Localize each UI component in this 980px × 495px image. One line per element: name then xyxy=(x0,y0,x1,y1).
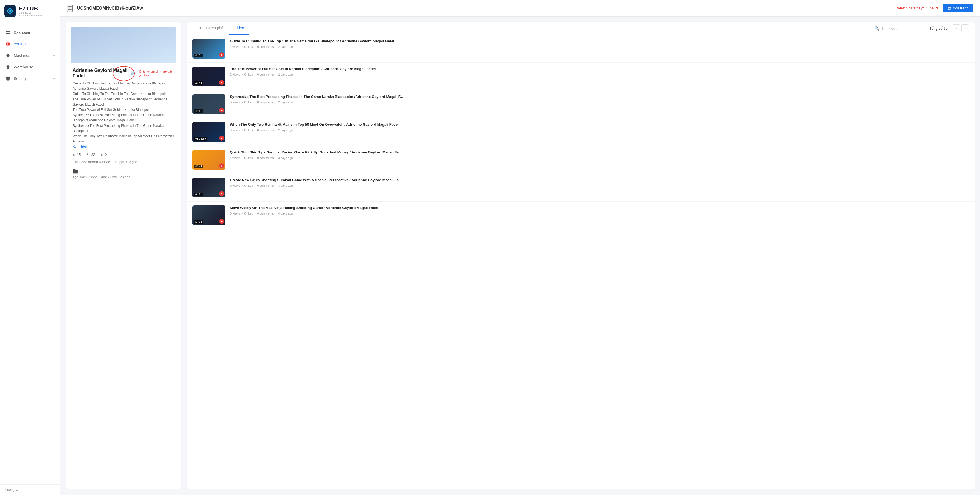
svg-rect-13 xyxy=(9,56,10,56)
video-likes: 0 likes xyxy=(245,212,253,215)
video-thumbnail: 46:20 ▶ xyxy=(192,178,226,197)
svg-rect-5 xyxy=(7,54,9,57)
refresh-icon: ↻ xyxy=(935,6,938,10)
video-meta: 0 views • 0 likes • 0 comments • 2 days … xyxy=(230,101,969,104)
video-item[interactable]: 42:11 ▶ The True Power of Full Set Gold … xyxy=(187,63,975,91)
page-title: UCSnQMEOMNvCjBs6-oufZjAw xyxy=(77,6,891,11)
video-item[interactable]: 46:20 ▶ Create New Skills Shooting Survi… xyxy=(187,174,975,202)
show-more-button[interactable]: Xem thêm xyxy=(73,145,88,148)
video-title: The True Power of Full Set Gold In Narak… xyxy=(230,67,969,72)
video-time-ago: 3 days ago xyxy=(278,184,293,187)
video-duration: 59:21 xyxy=(194,220,204,224)
channel-stats: ▶ 15 👁 22 ▶ 0 xyxy=(73,153,175,157)
desc-line-2: Guide To Climbing To The Top 1 In The Ga… xyxy=(73,92,167,96)
video-comments: 0 comments xyxy=(258,45,274,48)
delete-label: Xoá Kênh xyxy=(953,6,969,10)
youtube-play-icon: ▶ xyxy=(219,163,224,168)
svg-rect-14 xyxy=(72,27,176,63)
film-icon: 🎬 xyxy=(73,168,175,173)
refetch-button[interactable]: Refetch data từ youtube ↻ xyxy=(895,6,938,10)
right-panel: Danh sách phát Video 🔍 Tổng số 15 ‹ › xyxy=(187,22,975,490)
video-views: 0 views xyxy=(230,101,240,104)
home-icon xyxy=(5,65,10,70)
link-icon[interactable]: 🔗 xyxy=(130,70,135,76)
video-count-value: 15 xyxy=(77,153,81,157)
modified-date: Sửa: 21 minutes ago xyxy=(100,175,130,179)
video-thumbnail: 43:26 ▶ xyxy=(192,39,226,59)
tab-playlist[interactable]: Danh sách phát xyxy=(192,22,229,35)
video-likes: 0 likes xyxy=(245,184,253,187)
video-title: Guide To Climbing To The Top 1 In The Ga… xyxy=(230,39,969,44)
video-info: Guide To Climbing To The Top 1 In The Ga… xyxy=(230,39,969,48)
video-info: Quick Shot Skin Tips Survival Racing Gam… xyxy=(230,150,969,159)
desc-line-7: When The Only Two Reinhardt Mains In Top… xyxy=(73,134,174,143)
video-meta: 0 views • 0 likes • 0 comments • 2 days … xyxy=(230,129,969,132)
username-label: cuongda xyxy=(5,488,18,492)
video-thumbnail: 42:56 ▶ xyxy=(192,94,226,114)
sidebar-item-label-machines: Machines xyxy=(14,53,30,58)
sidebar-item-settings[interactable]: Settings ▾ xyxy=(0,73,60,84)
sidebar-item-machines[interactable]: Machines ▾ xyxy=(0,50,60,61)
delete-channel-button[interactable]: 🗑 Xoá Kênh xyxy=(943,4,974,13)
tab-video[interactable]: Video xyxy=(229,22,249,35)
video-thumbnail: 44:41 ▶ xyxy=(192,150,226,170)
sidebar-item-warehouse[interactable]: Warehouse ▾ xyxy=(0,61,60,73)
channel-name-row: Adrienne Gaylord Magali Fadel 🔗 Đi tới c… xyxy=(73,68,175,79)
video-comments: 0 comments xyxy=(258,184,274,187)
chevron-down-icon: ▾ xyxy=(53,54,55,57)
header: ☰ UCSnQMEOMNvCjBs6-oufZjAw Refetch data … xyxy=(60,0,980,16)
desc-line-4: The True Power of Full Set Gold In Narak… xyxy=(73,108,151,111)
video-meta: 2 views • 0 likes • 0 comments • 2 days … xyxy=(230,45,969,48)
search-input[interactable] xyxy=(881,26,923,30)
sub-count-value: 0 xyxy=(105,153,107,157)
video-title: Create New Skills Shooting Survival Game… xyxy=(230,178,969,183)
settings-icon xyxy=(5,76,10,81)
left-panel: Adrienne Gaylord Magali Fadel 🔗 Đi tới c… xyxy=(66,22,181,490)
video-meta: 0 views • 0 likes • 0 comments • 4 days … xyxy=(230,212,969,215)
main-area: ☰ UCSnQMEOMNvCjBs6-oufZjAw Refetch data … xyxy=(60,0,980,495)
prev-page-button[interactable]: ‹ xyxy=(953,24,960,32)
video-time-ago: 3 days ago xyxy=(278,156,293,159)
eye-icon: 👁 xyxy=(86,153,90,157)
video-item[interactable]: 42:56 ▶ Synthesize The Best Processing P… xyxy=(187,91,975,118)
youtube-play-icon: ▶ xyxy=(219,135,224,140)
grid-icon xyxy=(5,30,10,35)
sidebar-user: cuongda xyxy=(0,484,60,495)
video-duration: 43:26 xyxy=(194,54,204,57)
video-duration: 03:23:59 xyxy=(194,137,207,140)
video-duration: 42:56 xyxy=(194,109,204,113)
svg-rect-9 xyxy=(8,57,9,57)
logo-title: EZTUB xyxy=(18,5,56,12)
video-meta: 2 views • 0 likes • 0 comments • 2 days … xyxy=(230,73,969,76)
video-list: 43:26 ▶ Guide To Climbing To The Top 1 I… xyxy=(187,35,975,490)
supplier-value: Ngoc xyxy=(129,160,137,164)
view-count-value: 22 xyxy=(91,153,95,157)
video-views: 0 views xyxy=(230,212,240,215)
sidebar-item-label-settings: Settings xyxy=(14,76,28,81)
category-value: Howto & Style xyxy=(88,160,110,164)
video-views: 0 views xyxy=(230,184,240,187)
video-item[interactable]: 59:21 ▶ Move Wisely On The Map Ninja Rac… xyxy=(187,202,975,229)
sidebar-item-dashboard[interactable]: Dashboard xyxy=(0,27,60,38)
video-time-ago: 2 days ago xyxy=(278,129,293,132)
channel-banner xyxy=(72,27,176,63)
nav-items: Dashboard Youtube Machines ▾ Warehouse ▾ xyxy=(0,22,60,89)
sidebar-item-label-warehouse: Warehouse xyxy=(14,65,33,69)
video-item[interactable]: 44:41 ▶ Quick Shot Skin Tips Survival Ra… xyxy=(187,146,975,174)
next-page-button[interactable]: › xyxy=(961,24,969,32)
video-count: ▶ 15 xyxy=(73,153,81,157)
video-thumbnail: 59:21 ▶ xyxy=(192,205,226,225)
video-comments: 0 comments xyxy=(258,212,274,215)
video-title: When The Only Two Reinhardt Mains In Top… xyxy=(230,122,969,127)
chevron-down-icon-3: ▾ xyxy=(53,77,55,80)
sidebar-item-youtube[interactable]: Youtube xyxy=(0,38,60,50)
video-item[interactable]: 03:23:59 ▶ When The Only Two Reinhardt M… xyxy=(187,118,975,146)
video-likes: 0 likes xyxy=(245,45,253,48)
youtube-play-icon: ▶ xyxy=(219,219,224,224)
video-item[interactable]: 43:26 ▶ Guide To Climbing To The Top 1 I… xyxy=(187,35,975,63)
video-info: Move Wisely On The Map Ninja Racing Shoo… xyxy=(230,205,969,215)
tabs-header: Danh sách phát Video 🔍 Tổng số 15 ‹ › xyxy=(187,22,975,35)
video-time-ago: 4 days ago xyxy=(278,212,293,215)
menu-button[interactable]: ☰ xyxy=(67,5,73,12)
video-time-ago: 2 days ago xyxy=(278,73,293,76)
